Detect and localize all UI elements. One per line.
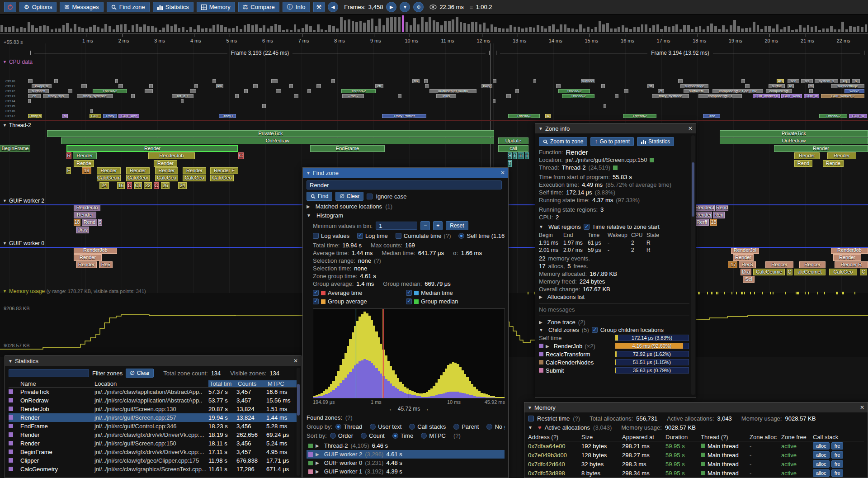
frame-bar[interactable] [321,29,323,32]
statistics-row-privatetick[interactable]: PrivateTickjni/../jni/src/claw/applicati… [9,388,297,396]
frame-bar[interactable] [818,30,821,32]
frame-bar[interactable] [691,29,694,32]
frame-bar[interactable] [633,27,636,32]
options-button[interactable]: ⚙Options [19,2,57,12]
frame-bar[interactable] [552,24,555,32]
cpu-segment[interactable]: Thread-2 [819,114,847,118]
zone-render[interactable]: Render [73,152,97,159]
wait-regions-header[interactable]: ▼Wait regions Time relative to zone star… [539,223,689,231]
cpu-segment[interactable]: tracy_sys [43,94,69,98]
frame-bar[interactable] [544,28,547,32]
radio-count[interactable]: Count [361,432,385,439]
frame-bar[interactable] [838,29,840,32]
frame-bar[interactable] [55,28,57,32]
frame-bar[interactable] [70,28,73,32]
legend-group-average[interactable]: Group average [313,298,401,305]
frame-bar[interactable] [764,26,767,32]
frame-bar[interactable] [556,29,559,33]
frame-bar[interactable] [155,28,157,32]
frame-bar[interactable] [614,28,617,32]
frame-bar[interactable] [251,25,254,32]
radio-time[interactable]: Time [392,432,413,439]
radio-user-text[interactable]: User text [370,423,401,430]
frame-bar[interactable] [865,24,868,32]
zone-onredraw[interactable]: OnRedraw [61,137,494,144]
frame-bar[interactable] [599,21,601,32]
zone-renderj[interactable]: RenderJ [695,204,715,211]
cpu-segment[interactable]: Tracy Profiler [382,114,426,118]
frame-bar[interactable] [722,25,725,32]
frame-bar[interactable] [622,25,624,32]
zone-renderjob[interactable]: RenderJob [148,152,195,159]
cpu-segment[interactable]: kg [840,79,850,83]
frame-bar[interactable] [830,26,833,32]
frame-bar[interactable] [270,26,273,32]
frame-bar[interactable] [757,25,760,32]
cpu-segment[interactable]: composer@ [766,89,792,93]
frame-bar[interactable] [571,28,574,32]
cpu-segment[interactable]: tia [412,79,420,83]
zone-rers[interactable]: RerS [739,261,756,268]
frame-bar[interactable] [386,18,389,32]
active-allocations-header[interactable]: ▼ ♥ Active allocations(3,043) Memory usa… [528,424,864,431]
frame-bar[interactable] [274,24,277,32]
frame-bar[interactable] [803,28,806,33]
frame-bar[interactable] [212,25,215,32]
frame-bar[interactable] [62,25,65,32]
frame-bar[interactable] [741,28,744,32]
frame-bar[interactable] [344,20,347,32]
frame-bar[interactable] [737,26,740,32]
frame-bar[interactable] [359,21,362,32]
frame-bar[interactable] [533,28,536,32]
cpu-segment[interactable]: Tracy I [219,114,236,118]
zone-render[interactable]: Render [126,167,150,174]
frame-bar[interactable] [66,23,69,32]
frame-bar[interactable] [182,27,184,32]
radio-order[interactable]: Order [330,432,353,439]
callstack-button-fre[interactable]: fre [831,442,844,450]
zone-c[interactable]: C [860,269,867,275]
frame-bar[interactable] [244,25,246,32]
zone-calcgeome[interactable]: CalcGeome [97,175,121,181]
frame-bar[interactable] [494,27,497,32]
frame-bar[interactable] [509,25,512,32]
memory-button[interactable]: Memory [197,2,235,12]
frame-bar[interactable] [436,22,439,32]
callstack-button-alloc[interactable]: alloc [813,460,830,468]
frame-bar[interactable] [594,27,597,32]
zone-dray[interactable]: Dray [76,227,89,233]
zone-calcgeo[interactable]: CalcGeo [155,175,178,181]
allocation-row[interactable]: 0x7dfc53d8988 bytes298.34 ms59.95 sMain … [528,469,864,478]
frame-bar[interactable] [440,25,443,32]
frame-bar[interactable] [579,24,582,32]
frame-bar[interactable] [602,24,605,32]
memory-titlebar[interactable]: ▼ Memory ✕ [524,402,868,412]
frame-bar[interactable] [367,20,370,32]
cpu-segment[interactable]: Tracy b [28,114,42,118]
frame-bar[interactable] [81,28,84,32]
cpu-segment[interactable]: GUIF wor [118,114,139,118]
frame-bar[interactable] [425,22,428,32]
collapse-icon[interactable]: ▼ [528,405,532,410]
cpu-segment[interactable]: surfaceflinge [831,84,864,88]
zone-call[interactable]: call [498,145,528,152]
cpu-segment[interactable]: - md - [342,94,364,98]
zoom-to-zone-button[interactable]: Zoom to zone [539,137,587,146]
frame-bar[interactable] [263,25,265,32]
frame-bar[interactable] [567,28,570,32]
frame-bar[interactable] [718,29,721,32]
frame-bar[interactable] [463,23,466,32]
frame-bar[interactable] [390,17,393,32]
zone-renderjo[interactable]: RenderJo [74,204,100,211]
found-zone-row-thread-2[interactable]: ▶Thread-2(4,105)6.46 s [307,441,505,450]
cpu-segment[interactable]: GUIF w [804,94,819,98]
frame-bar[interactable] [398,17,401,32]
found-zone-row-guif-worker-2[interactable]: ▶GUIF worker 2(3,296)4.61 s [307,450,505,459]
zone-s[interactable]: S [508,152,512,159]
frame-bar[interactable] [853,27,856,32]
option-cumulate-time[interactable]: Cumulate time(?) [396,232,451,239]
radio-call-stacks[interactable]: Call stacks [409,423,446,430]
zone-render[interactable]: Render [827,152,856,159]
frame-bar[interactable] [730,25,732,32]
frame-bar[interactable] [31,25,34,32]
